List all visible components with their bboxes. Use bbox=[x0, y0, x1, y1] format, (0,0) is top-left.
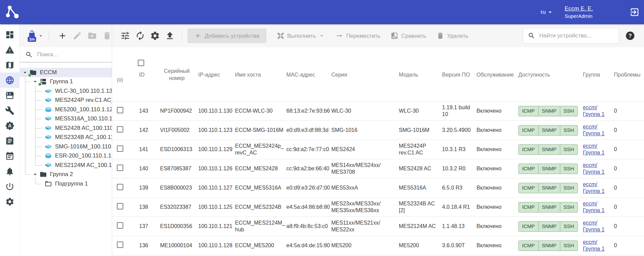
tree-node[interactable]: ECCM bbox=[20, 68, 112, 77]
compare-button[interactable]: Сравнить bbox=[390, 32, 426, 40]
rail-item-map[interactable] bbox=[0, 57, 19, 73]
edit-group-button[interactable] bbox=[73, 31, 82, 40]
col-group[interactable]: Группа bbox=[583, 47, 614, 102]
lock-status-button[interactable]: 1m bbox=[28, 30, 36, 42]
move-group-button[interactable] bbox=[87, 31, 97, 40]
rail-item-gear[interactable] bbox=[0, 194, 19, 209]
gear-icon bbox=[5, 197, 15, 206]
col-hostname[interactable]: Имя хоста bbox=[235, 47, 286, 102]
protocol-badge-ssh: SSH bbox=[560, 202, 578, 212]
rail-item-clipboard[interactable] bbox=[0, 133, 19, 148]
col-model[interactable]: Модель bbox=[399, 47, 442, 102]
cell-ip: 100.110.1.126 bbox=[198, 159, 235, 178]
row-checkbox[interactable] bbox=[117, 203, 123, 209]
user-profile-link[interactable]: Eccm E. E. bbox=[565, 5, 593, 12]
add-group-button[interactable] bbox=[58, 31, 67, 40]
col-firmware[interactable]: Версия ПО bbox=[442, 47, 476, 102]
cell-serial: ES8B000023 bbox=[160, 178, 198, 198]
select-all-checkbox[interactable] bbox=[138, 60, 144, 66]
tree-node[interactable]: MES2424P rev.C1 AC_100 bbox=[20, 96, 112, 105]
protocol-badge-ssh: SSH bbox=[560, 144, 578, 155]
tree-node[interactable]: Группа 1 bbox=[20, 77, 112, 87]
refresh-icon[interactable] bbox=[135, 31, 145, 41]
rail-item-wrench[interactable] bbox=[0, 103, 19, 118]
tree-node[interactable]: MES2428 AC_100.110.1.1 bbox=[20, 123, 112, 133]
rail-item-power[interactable] bbox=[0, 179, 19, 194]
row-checkbox[interactable] bbox=[117, 145, 123, 152]
topbar: ru Eccm E. E. SuperAdmin bbox=[0, 0, 644, 24]
protocol-badge-icmp: ICMP bbox=[518, 106, 539, 116]
protocol-badge-ssh: SSH bbox=[560, 106, 578, 116]
group-link[interactable]: eccm/ Группа 1 bbox=[583, 105, 604, 117]
delete-button[interactable]: Удалить bbox=[436, 32, 468, 40]
language-value: ru bbox=[541, 9, 546, 16]
col-id[interactable]: ID bbox=[139, 47, 160, 102]
globe-icon bbox=[5, 76, 15, 85]
col-mac[interactable]: MAC-адрес bbox=[286, 47, 331, 102]
add-devices-button[interactable]: Добавить устройства bbox=[187, 28, 266, 43]
main-area: Добавить устройства Выполнить Переместит… bbox=[112, 24, 644, 256]
row-checkbox[interactable] bbox=[117, 241, 123, 248]
col-problems[interactable]: Проблемы bbox=[614, 47, 644, 102]
language-selector[interactable]: ru bbox=[541, 8, 554, 16]
tree-node[interactable]: ESR-200_100.110.1.122 bbox=[20, 151, 112, 161]
tree-node[interactable]: ME5200_100.110.1.128 bbox=[20, 105, 112, 114]
tree-node[interactable]: MES2324B AC_100.110.1. bbox=[20, 133, 112, 142]
divider bbox=[182, 29, 182, 42]
tree-node[interactable]: Подгруппа 1 bbox=[20, 179, 112, 189]
cell-firmware: 1.19.1 build 10 bbox=[442, 102, 476, 121]
expander-icon[interactable] bbox=[32, 171, 38, 178]
expander-icon[interactable] bbox=[22, 69, 28, 76]
switch-icon bbox=[45, 124, 52, 132]
help-icon[interactable] bbox=[625, 31, 635, 41]
tree-connector bbox=[35, 85, 35, 166]
col-ip[interactable]: IP-адрес bbox=[198, 47, 235, 102]
tree-node[interactable]: Группа 2 bbox=[20, 170, 112, 179]
group-link[interactable]: eccm/ Группа 1 bbox=[583, 143, 604, 155]
row-checkbox[interactable] bbox=[117, 222, 123, 229]
cell-model: SMG-1016M bbox=[399, 121, 442, 140]
rail-item-brightness-auto[interactable] bbox=[0, 118, 19, 133]
col-availability[interactable]: Доступность bbox=[518, 47, 583, 102]
protocol-badge-ssh: SSH bbox=[560, 221, 578, 232]
rail-item-dashboard[interactable] bbox=[0, 27, 19, 42]
group-link[interactable]: eccm/ Группа 1 bbox=[583, 162, 604, 175]
execute-button[interactable]: Выполнить bbox=[277, 32, 326, 40]
upload-icon[interactable] bbox=[165, 31, 175, 41]
rail-item-calendar[interactable] bbox=[0, 148, 19, 164]
group-link[interactable]: eccm/ Группа 1 bbox=[583, 220, 604, 232]
row-checkbox[interactable] bbox=[117, 184, 123, 190]
move-button[interactable]: Переместить bbox=[335, 32, 380, 40]
tree-node[interactable]: WLC-30_100.110.1.130 bbox=[20, 86, 112, 96]
group-link[interactable]: eccm/ Группа 1 bbox=[583, 124, 604, 136]
tree-node[interactable]: MES2124M AC_100.110.1 bbox=[20, 161, 112, 170]
tree-node[interactable]: SMG-1016M_100.110.1.12 bbox=[20, 142, 112, 151]
delete-group-button[interactable] bbox=[102, 31, 112, 40]
col-series[interactable]: Серия bbox=[331, 47, 399, 102]
group-link[interactable]: eccm/ Группа 1 bbox=[583, 201, 604, 213]
col-maintenance[interactable]: Обслуживание bbox=[476, 47, 518, 102]
expander-icon[interactable] bbox=[32, 78, 38, 85]
rail-item-storefront[interactable] bbox=[0, 88, 19, 103]
table-settings-icon[interactable] bbox=[150, 31, 160, 41]
row-checkbox[interactable] bbox=[117, 165, 123, 171]
tree-node-label: ECCM bbox=[40, 69, 57, 76]
device-search-input[interactable] bbox=[539, 32, 615, 39]
row-checkbox[interactable] bbox=[117, 107, 123, 113]
group-link[interactable]: eccm/ Группа 1 bbox=[583, 181, 604, 194]
lock-dropdown-icon[interactable] bbox=[37, 32, 44, 39]
col-serial[interactable]: Серийный номер bbox=[160, 47, 198, 102]
rail-item-warning[interactable] bbox=[0, 42, 19, 57]
rail-item-globe[interactable] bbox=[0, 73, 19, 88]
tree-node-label: Группа 2 bbox=[50, 171, 73, 178]
tree-node-label: MES5316A_100.110.1.127 bbox=[55, 115, 112, 122]
group-link[interactable]: eccm/ Группа 1 bbox=[583, 239, 604, 252]
logout-icon[interactable] bbox=[629, 7, 640, 17]
cell-maintenance: Включено bbox=[476, 121, 518, 140]
filter-columns-icon[interactable] bbox=[120, 31, 130, 41]
tree-node[interactable]: MES5316A_100.110.1.127 bbox=[20, 114, 112, 124]
rail-item-bell[interactable] bbox=[0, 164, 19, 179]
row-checkbox[interactable] bbox=[117, 126, 123, 133]
tree-search-input[interactable] bbox=[37, 51, 108, 58]
cell-ip: 100.110.1.127 bbox=[198, 178, 235, 198]
